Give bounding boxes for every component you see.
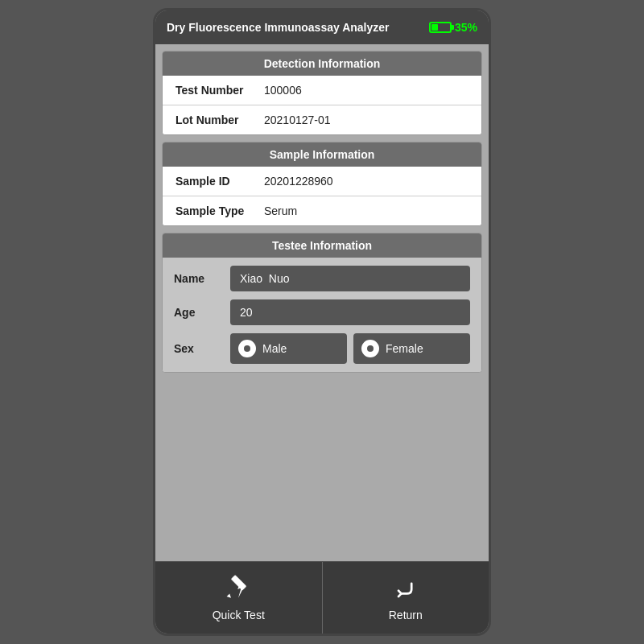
quick-test-label: Quick Test bbox=[213, 609, 265, 621]
sex-options: Male Female bbox=[230, 333, 470, 364]
device-frame: Dry Fluorescence Immunoassay Analyzer 35… bbox=[153, 8, 491, 636]
sample-type-value: Serum bbox=[264, 204, 297, 217]
battery-fill bbox=[431, 24, 438, 31]
sex-option-female[interactable]: Female bbox=[353, 333, 470, 364]
sex-option-male[interactable]: Male bbox=[230, 333, 347, 364]
lot-number-value: 20210127-01 bbox=[264, 114, 331, 126]
test-number-label: Test Number bbox=[175, 84, 264, 97]
sex-male-label: Male bbox=[262, 342, 287, 355]
footer: Quick Test Return bbox=[155, 561, 489, 634]
sample-type-label: Sample Type bbox=[175, 204, 264, 217]
sample-id-row: Sample ID 20201228960 bbox=[163, 167, 481, 196]
name-row: Name bbox=[174, 266, 470, 291]
testee-info-card: Testee Information Name Age Sex bbox=[162, 233, 482, 373]
sample-id-label: Sample ID bbox=[175, 175, 264, 188]
testee-info-body: Name Age Sex Male bbox=[163, 258, 481, 372]
return-button[interactable]: Return bbox=[323, 562, 489, 634]
sample-info-header: Sample Information bbox=[163, 142, 481, 167]
radio-male bbox=[238, 340, 256, 357]
sample-info-card: Sample Information Sample ID 20201228960… bbox=[162, 142, 482, 226]
testee-info-header: Testee Information bbox=[163, 233, 481, 258]
quick-test-button[interactable]: Quick Test bbox=[155, 562, 323, 634]
test-number-row: Test Number 100006 bbox=[163, 76, 481, 105]
name-input[interactable] bbox=[230, 266, 470, 291]
svg-marker-1 bbox=[227, 593, 231, 597]
age-row: Age bbox=[174, 299, 470, 325]
sex-row: Sex Male Female bbox=[174, 333, 470, 364]
main-content: Detection Information Test Number 100006… bbox=[155, 44, 489, 561]
lot-number-label: Lot Number bbox=[175, 114, 264, 126]
radio-male-dot bbox=[244, 345, 250, 352]
detection-info-card: Detection Information Test Number 100006… bbox=[162, 51, 482, 135]
return-icon bbox=[391, 575, 420, 604]
header: Dry Fluorescence Immunoassay Analyzer 35… bbox=[155, 10, 489, 44]
sex-female-label: Female bbox=[386, 342, 423, 355]
test-number-value: 100006 bbox=[264, 84, 302, 97]
sample-type-row: Sample Type Serum bbox=[163, 196, 481, 225]
age-label: Age bbox=[174, 306, 222, 319]
sex-label: Sex bbox=[174, 342, 222, 355]
return-label: Return bbox=[389, 609, 423, 621]
sample-id-value: 20201228960 bbox=[264, 175, 333, 188]
name-label: Name bbox=[174, 272, 222, 285]
radio-female-dot bbox=[367, 345, 374, 352]
battery-icon bbox=[429, 22, 452, 33]
detection-info-body: Test Number 100006 Lot Number 20210127-0… bbox=[163, 76, 481, 134]
battery-section: 35% bbox=[429, 21, 477, 34]
quick-test-icon bbox=[224, 575, 253, 604]
detection-info-header: Detection Information bbox=[163, 52, 481, 76]
lot-number-row: Lot Number 20210127-01 bbox=[163, 105, 481, 134]
age-input[interactable] bbox=[230, 299, 470, 325]
app-title: Dry Fluorescence Immunoassay Analyzer bbox=[167, 21, 390, 34]
sample-info-body: Sample ID 20201228960 Sample Type Serum bbox=[163, 167, 481, 225]
battery-percent: 35% bbox=[455, 21, 477, 34]
radio-female bbox=[361, 340, 379, 357]
